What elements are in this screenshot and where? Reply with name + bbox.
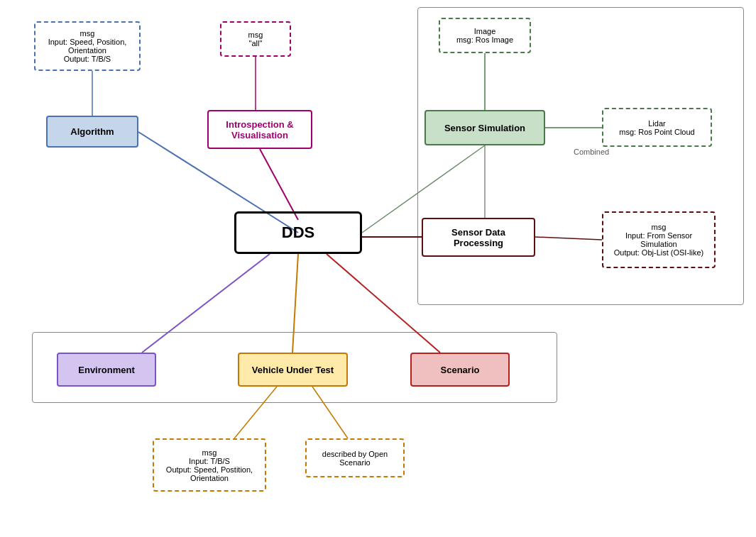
vut-node: Vehicle Under Test [238, 353, 348, 387]
algorithm-node: Algorithm [46, 116, 138, 148]
sensor-proc-node: Sensor Data Processing [422, 218, 535, 257]
dds-node: DDS [234, 211, 362, 254]
sensor-proc-msg-node: msg Input: From Sensor Simulation Output… [602, 211, 716, 268]
scenario-node: Scenario [410, 353, 510, 387]
sensor-sim-node: Sensor Simulation [424, 110, 545, 145]
diagram-container: Combined DDS msg Input: Speed, Position,… [0, 0, 756, 537]
algo-msg-node: msg Input: Speed, Position, Orientation … [34, 21, 141, 71]
intro-msg-node: msg "all" [220, 21, 291, 57]
vut-msg-node: msg Input: T/B/S Output: Speed, Postitio… [153, 438, 266, 492]
open-scenario-msg-node: described by Open Scenario [305, 438, 405, 477]
svg-line-2 [260, 149, 298, 220]
introspection-node: Introspection & Visualisation [207, 110, 312, 149]
lidar-msg-node: Lidar msg: Ros Point Cloud [602, 108, 712, 147]
environment-node: Environment [57, 353, 156, 387]
image-msg-node: Image msg: Ros Image [439, 18, 531, 53]
combined-label: Combined [574, 148, 609, 156]
